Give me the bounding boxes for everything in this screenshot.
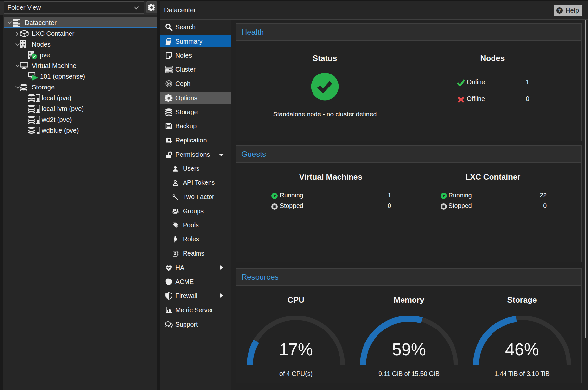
svg-text:?: ? (558, 8, 561, 13)
